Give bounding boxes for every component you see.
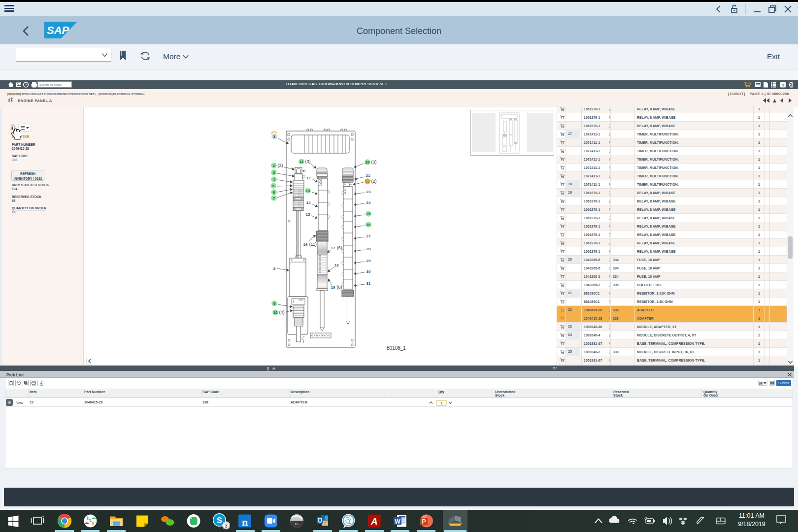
svg-text:80108_1: 80108_1 [387, 345, 406, 351]
svg-text:4: 4 [273, 177, 275, 182]
svg-text:20: 20 [366, 160, 370, 165]
svg-text:9: 9 [273, 301, 276, 306]
svg-text:15: 15 [306, 212, 310, 217]
svg-text:P: P [422, 518, 426, 525]
svg-text:28: 28 [366, 247, 371, 251]
svg-text:22: 22 [366, 179, 370, 184]
svg-text:31: 31 [366, 281, 371, 286]
svg-text:Pro: Pro [295, 523, 299, 526]
svg-text:(4): (4) [279, 310, 285, 315]
svg-text:7: 7 [273, 196, 275, 200]
svg-text:A: A [370, 516, 378, 527]
svg-text:(11): (11) [309, 242, 317, 247]
svg-text:(2): (2) [371, 179, 377, 184]
svg-text:5: 5 [272, 184, 275, 188]
svg-text:21: 21 [366, 173, 370, 178]
svg-text:W: W [395, 518, 400, 525]
svg-text:16: 16 [303, 242, 308, 247]
svg-text:25: 25 [366, 212, 371, 216]
svg-text:1: 1 [273, 134, 276, 139]
svg-text:(3): (3) [305, 159, 311, 164]
svg-text:M: M [759, 381, 763, 385]
svg-text:(3): (3) [371, 160, 377, 165]
svg-text:3: 3 [273, 170, 275, 175]
svg-text:3: 3 [225, 523, 228, 529]
svg-text:S: S [217, 516, 222, 525]
svg-text:19: 19 [331, 285, 335, 290]
svg-text:14: 14 [306, 200, 311, 205]
svg-text:30: 30 [366, 269, 371, 274]
svg-text:18: 18 [334, 263, 339, 267]
svg-text:27: 27 [366, 234, 371, 238]
svg-text:2: 2 [273, 164, 275, 168]
svg-text:11: 11 [299, 160, 304, 164]
svg-text:8: 8 [273, 266, 276, 271]
svg-text:26: 26 [366, 223, 371, 227]
svg-text:17: 17 [331, 246, 335, 250]
svg-text:(6): (6) [337, 245, 342, 250]
svg-text:13: 13 [306, 189, 310, 193]
svg-text:(2): (2) [278, 163, 283, 168]
svg-text:29: 29 [366, 259, 371, 263]
svg-text:24: 24 [366, 200, 371, 205]
svg-text:12: 12 [306, 176, 311, 180]
svg-text:10: 10 [273, 310, 278, 315]
svg-text:(8): (8) [337, 285, 342, 290]
svg-text:n: n [242, 516, 248, 528]
svg-text:23: 23 [366, 190, 371, 194]
svg-text:6: 6 [273, 190, 275, 195]
